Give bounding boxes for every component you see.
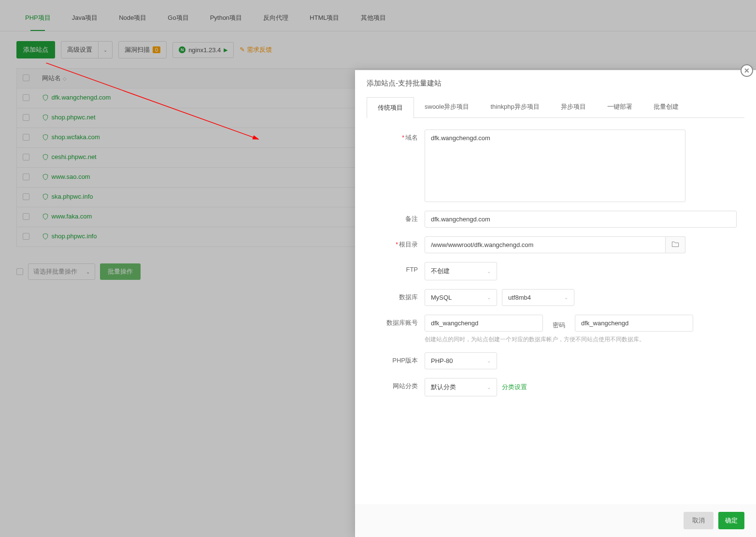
db-charset-select[interactable]: utf8mb4⌄ — [502, 289, 574, 306]
db-pass-input[interactable] — [575, 315, 693, 332]
modal-title: 添加站点-支持批量建站 — [355, 70, 756, 97]
chevron-down-icon: ⌄ — [487, 358, 491, 363]
browse-folder-button[interactable] — [666, 236, 685, 253]
db-engine-select[interactable]: MySQL⌄ — [425, 289, 497, 306]
category-select[interactable]: 默认分类⌄ — [425, 378, 497, 396]
db-help-text: 创建站点的同时，为站点创建一个对应的数据库帐户，方便不同站点使用不同数据库。 — [367, 335, 737, 344]
label-ftp: FTP — [367, 262, 425, 273]
label-db-pass: 密码 — [548, 317, 570, 330]
modal-tab-thinkphp[interactable]: thinkphp异步项目 — [480, 97, 550, 118]
category-settings-link[interactable]: 分类设置 — [502, 383, 527, 392]
chevron-down-icon: ⌄ — [487, 295, 491, 300]
label-php: PHP版本 — [367, 352, 425, 365]
folder-icon — [671, 241, 679, 249]
label-database: 数据库 — [367, 289, 425, 302]
domain-input[interactable]: dfk.wangchengd.com — [425, 130, 685, 202]
modal-tabs: 传统项目 swoole异步项目 thinkphp异步项目 异步项目 一键部署 批… — [355, 97, 756, 118]
db-user-input[interactable] — [425, 315, 543, 332]
modal-tab-batch[interactable]: 批量创建 — [643, 97, 689, 118]
label-root: 根目录 — [399, 241, 418, 248]
remark-input[interactable] — [425, 211, 737, 228]
cancel-button[interactable]: 取消 — [684, 512, 713, 529]
modal-tab-traditional[interactable]: 传统项目 — [367, 97, 414, 118]
php-version-select[interactable]: PHP-80⌄ — [425, 352, 497, 369]
label-db-user: 数据库账号 — [367, 315, 425, 327]
modal-tab-async[interactable]: 异步项目 — [550, 97, 597, 118]
label-remark: 备注 — [367, 211, 425, 223]
confirm-button[interactable]: 确定 — [718, 512, 744, 529]
root-dir-input[interactable] — [425, 236, 666, 253]
chevron-down-icon: ⌄ — [564, 295, 568, 300]
modal-tab-deploy[interactable]: 一键部署 — [597, 97, 643, 118]
chevron-down-icon: ⌄ — [487, 385, 491, 390]
close-icon[interactable]: ✕ — [741, 64, 753, 77]
label-domain: 域名 — [405, 134, 418, 141]
label-category: 网站分类 — [367, 378, 425, 391]
modal-tab-swoole[interactable]: swoole异步项目 — [414, 97, 480, 118]
modal-body: *域名 dfk.wangchengd.com 备注 *根目录 FTP — [355, 118, 756, 417]
modal-footer: 取消 确定 — [355, 504, 756, 537]
ftp-select[interactable]: 不创建⌄ — [425, 262, 497, 280]
chevron-down-icon: ⌄ — [487, 269, 491, 274]
add-site-modal: ✕ 添加站点-支持批量建站 传统项目 swoole异步项目 thinkphp异步… — [355, 70, 756, 537]
